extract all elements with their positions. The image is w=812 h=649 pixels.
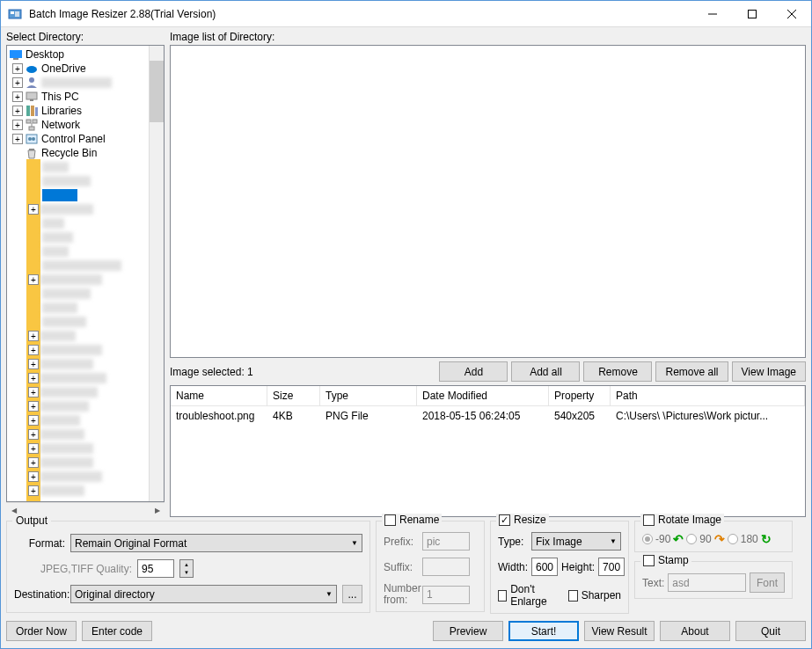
tree-item[interactable]: +Control Panel bbox=[9, 132, 147, 146]
expand-icon[interactable]: + bbox=[28, 457, 39, 468]
preview-button[interactable]: Preview bbox=[433, 621, 503, 641]
expand-icon[interactable]: + bbox=[12, 77, 23, 88]
expand-icon[interactable]: + bbox=[28, 401, 39, 412]
height-input[interactable]: 700 bbox=[598, 558, 625, 576]
tree-item[interactable] bbox=[9, 301, 147, 315]
add-all-button[interactable]: Add all bbox=[511, 361, 580, 382]
tree-item[interactable]: + bbox=[9, 470, 147, 484]
start-button[interactable]: Start! bbox=[508, 621, 579, 641]
rotate-90-radio[interactable] bbox=[686, 534, 697, 544]
col-property[interactable]: Property bbox=[549, 386, 611, 405]
tree-item[interactable] bbox=[9, 287, 147, 301]
enter-code-button[interactable]: Enter code bbox=[82, 621, 152, 641]
prefix-input[interactable]: pic bbox=[422, 532, 470, 551]
view-image-button[interactable]: View Image bbox=[732, 361, 806, 382]
tree-item[interactable]: + bbox=[9, 484, 147, 498]
tree-item[interactable]: + bbox=[9, 371, 147, 385]
expand-icon[interactable]: + bbox=[12, 106, 23, 116]
expand-icon[interactable]: + bbox=[28, 331, 39, 341]
minimize-button[interactable] bbox=[692, 1, 732, 27]
selected-images-table[interactable]: Name Size Type Date Modified Property Pa… bbox=[170, 385, 806, 517]
tree-item[interactable]: + bbox=[9, 441, 147, 456]
table-row[interactable]: troubleshoot.png 4KB PNG File 2018-05-15… bbox=[171, 406, 805, 426]
rotate-checkbox[interactable] bbox=[643, 514, 655, 526]
resize-checkbox[interactable] bbox=[499, 514, 510, 526]
width-input[interactable]: 600 bbox=[531, 558, 558, 576]
order-now-button[interactable]: Order Now bbox=[6, 621, 77, 641]
expand-icon[interactable]: + bbox=[28, 274, 39, 285]
tree-item[interactable]: + bbox=[9, 456, 147, 470]
expand-icon[interactable]: + bbox=[28, 429, 39, 440]
tree-item[interactable]: + bbox=[9, 427, 147, 441]
quit-button[interactable]: Quit bbox=[735, 621, 806, 641]
tree-item[interactable]: Recycle Bin bbox=[9, 146, 147, 160]
tree-item[interactable] bbox=[9, 315, 147, 329]
font-button[interactable]: Font bbox=[750, 572, 785, 593]
suffix-input[interactable] bbox=[422, 558, 470, 576]
sharpen-checkbox[interactable] bbox=[568, 590, 577, 602]
expand-icon[interactable]: + bbox=[28, 443, 39, 454]
expand-icon[interactable]: + bbox=[12, 120, 23, 130]
tree-item[interactable] bbox=[9, 230, 147, 244]
tree-item[interactable]: +OneDrive bbox=[9, 62, 147, 76]
tree-item[interactable]: + bbox=[9, 343, 147, 357]
expand-icon[interactable]: + bbox=[28, 485, 39, 496]
expand-icon[interactable]: + bbox=[28, 387, 39, 397]
tree-item[interactable]: +This PC bbox=[9, 90, 147, 104]
tree-item[interactable]: + bbox=[9, 76, 147, 90]
expand-icon[interactable]: + bbox=[28, 204, 39, 215]
rotate-neg90-radio[interactable] bbox=[642, 534, 653, 544]
expand-icon[interactable]: + bbox=[28, 415, 39, 426]
expand-icon[interactable]: + bbox=[28, 359, 39, 369]
tree-item[interactable]: +Network bbox=[9, 118, 147, 132]
expand-icon[interactable]: + bbox=[12, 91, 23, 102]
browse-button[interactable]: ... bbox=[342, 585, 362, 603]
tree-item[interactable]: +Libraries bbox=[9, 104, 147, 118]
tree-vertical-scrollbar[interactable] bbox=[149, 46, 164, 501]
remove-all-button[interactable]: Remove all bbox=[655, 361, 728, 382]
expand-icon[interactable]: + bbox=[12, 134, 23, 144]
tree-item[interactable]: + bbox=[9, 413, 147, 427]
col-path[interactable]: Path bbox=[611, 386, 805, 405]
view-result-button[interactable]: View Result bbox=[584, 621, 655, 641]
tree-item[interactable]: + bbox=[9, 357, 147, 371]
tree-item[interactable] bbox=[9, 188, 147, 202]
rotate-180-radio[interactable] bbox=[728, 534, 738, 544]
dont-enlarge-checkbox[interactable] bbox=[498, 590, 507, 602]
expand-icon[interactable]: + bbox=[28, 345, 39, 355]
add-button[interactable]: Add bbox=[439, 361, 508, 382]
tree-item[interactable] bbox=[9, 216, 147, 230]
tree-item[interactable] bbox=[9, 174, 147, 188]
tree-item[interactable] bbox=[9, 244, 147, 259]
remove-button[interactable]: Remove bbox=[583, 361, 652, 382]
tree-item-desktop[interactable]: Desktop bbox=[9, 47, 147, 62]
col-type[interactable]: Type bbox=[320, 386, 417, 405]
tree-item[interactable]: + bbox=[9, 399, 147, 413]
resize-type-select[interactable]: Fix Image▼ bbox=[531, 532, 621, 551]
col-date[interactable]: Date Modified bbox=[417, 386, 549, 405]
destination-select[interactable]: Original directory▼ bbox=[70, 585, 337, 603]
quality-input[interactable]: 95 bbox=[137, 559, 174, 578]
scroll-right-icon[interactable]: ▶ bbox=[150, 503, 165, 518]
tree-item[interactable] bbox=[9, 259, 147, 273]
rename-checkbox[interactable] bbox=[384, 514, 396, 526]
stamp-checkbox[interactable] bbox=[643, 555, 655, 566]
tree-item[interactable]: + bbox=[9, 385, 147, 399]
directory-tree[interactable]: Desktop +OneDrive + +This PC +Libraries … bbox=[6, 45, 165, 502]
expand-icon[interactable]: + bbox=[28, 373, 39, 383]
col-name[interactable]: Name bbox=[171, 386, 267, 405]
close-button[interactable] bbox=[772, 1, 811, 27]
expand-icon[interactable]: + bbox=[12, 63, 23, 74]
tree-item[interactable] bbox=[9, 160, 147, 174]
quality-spinner[interactable]: ▲▼ bbox=[179, 559, 194, 578]
format-select[interactable]: Remain Original Format▼ bbox=[70, 534, 362, 552]
number-from-input[interactable]: 1 bbox=[422, 586, 470, 604]
expand-icon[interactable]: + bbox=[28, 471, 39, 482]
tree-item[interactable]: + bbox=[9, 329, 147, 343]
directory-image-list[interactable] bbox=[170, 45, 806, 358]
stamp-text-input[interactable]: asd bbox=[668, 573, 746, 592]
about-button[interactable]: About bbox=[660, 621, 730, 641]
maximize-button[interactable] bbox=[732, 1, 772, 27]
col-size[interactable]: Size bbox=[267, 386, 320, 405]
tree-item[interactable]: + bbox=[9, 273, 147, 287]
